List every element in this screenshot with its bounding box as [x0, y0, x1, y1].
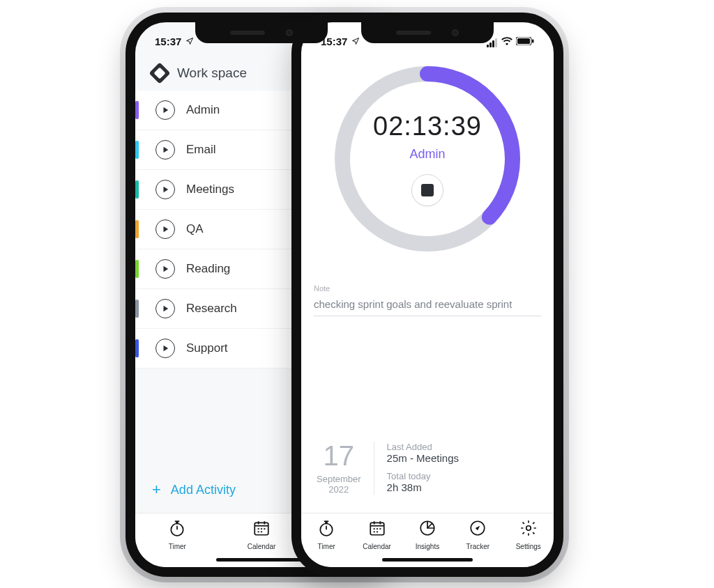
note-label: Note: [314, 284, 541, 293]
activity-label: Reading: [186, 262, 230, 276]
play-button[interactable]: [155, 339, 175, 358]
svg-point-13: [326, 522, 327, 523]
tab-settings[interactable]: Settings: [508, 519, 549, 550]
stop-button[interactable]: [411, 174, 443, 206]
location-arrow-icon: [351, 36, 360, 47]
location-arrow-icon: [185, 36, 194, 47]
play-button[interactable]: [155, 100, 175, 120]
home-indicator: [216, 558, 307, 562]
play-button[interactable]: [155, 140, 175, 160]
home-indicator: [382, 558, 473, 562]
play-button[interactable]: [155, 219, 175, 239]
tab-timer[interactable]: Timer: [305, 519, 347, 550]
total-today-value: 2h 38m: [387, 481, 459, 493]
elapsed-time: 02:13:39: [373, 111, 482, 141]
add-activity-label: Add Activity: [171, 483, 236, 497]
play-button[interactable]: [155, 299, 175, 318]
activity-label: Research: [186, 302, 237, 316]
day-month: September: [317, 474, 361, 484]
activity-color-tag: [135, 180, 139, 199]
activity-color-tag: [135, 260, 139, 278]
timer-activity-label: Admin: [409, 147, 445, 162]
tab-calendar[interactable]: Calendar: [356, 519, 398, 550]
last-added-value: 25m - Meetings: [387, 452, 459, 464]
settings-icon: [519, 519, 538, 540]
note-input[interactable]: [314, 295, 541, 316]
tab-timer[interactable]: Timer: [156, 519, 198, 550]
tab-label: Timer: [169, 543, 186, 550]
activity-color-tag: [135, 300, 139, 318]
activity-color-tag: [135, 141, 139, 159]
day-year: 2022: [317, 484, 361, 495]
activity-label: Meetings: [186, 183, 234, 196]
workspace-title: Work space: [177, 65, 247, 81]
svg-rect-9: [532, 39, 534, 42]
phone-timer: 15:37: [291, 13, 563, 577]
timer-icon: [168, 519, 186, 540]
activity-color-tag: [135, 101, 139, 119]
last-added-label: Last Added: [387, 442, 459, 452]
wifi-icon: [501, 36, 512, 47]
day-summary: 17 September 2022 Last Added 25m - Meeti…: [314, 435, 541, 507]
activity-label: Email: [186, 143, 216, 157]
tab-label: Settings: [516, 543, 541, 550]
calendar-icon: [252, 519, 271, 540]
svg-rect-8: [517, 38, 530, 44]
plus-icon: +: [152, 482, 161, 497]
insights-icon: [418, 519, 436, 540]
timer-icon: [317, 519, 335, 540]
tab-label: Timer: [318, 543, 335, 550]
day-number: 17: [317, 442, 361, 470]
stop-icon: [421, 184, 434, 196]
tracker-icon: [469, 519, 487, 540]
tab-tracker[interactable]: Tracker: [457, 519, 499, 550]
activity-label: QA: [186, 222, 204, 236]
activity-color-tag: [135, 220, 139, 238]
tab-label: Calendar: [248, 543, 276, 550]
svg-point-17: [526, 526, 531, 531]
tab-label: Insights: [416, 543, 439, 550]
calendar-icon: [368, 519, 386, 540]
activity-color-tag: [135, 339, 139, 357]
play-button[interactable]: [155, 259, 175, 279]
timer-ring: 02:13:39 Admin: [330, 61, 525, 256]
tab-insights[interactable]: Insights: [407, 519, 448, 550]
battery-icon: [516, 36, 534, 47]
svg-point-4: [176, 522, 178, 523]
status-time: 15:37: [155, 36, 181, 47]
tab-label: Tracker: [466, 543, 490, 550]
activity-label: Admin: [186, 103, 220, 117]
tab-calendar[interactable]: Calendar: [241, 519, 282, 550]
workspace-icon: [149, 62, 170, 84]
tab-label: Calendar: [363, 543, 391, 550]
activity-label: Support: [186, 341, 228, 355]
total-today-label: Total today: [387, 471, 459, 481]
play-button[interactable]: [155, 180, 175, 199]
